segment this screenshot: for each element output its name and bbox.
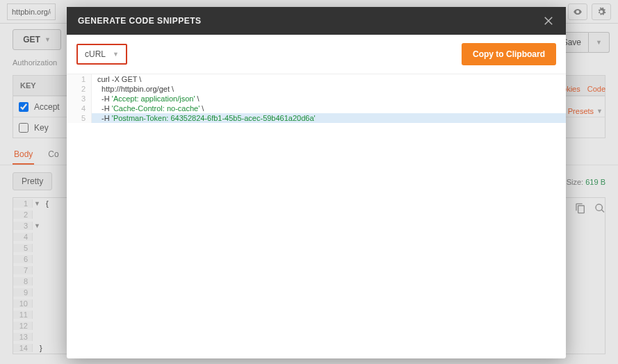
code-line: 2 http://httpbin.org/get \ <box>67 84 566 94</box>
code-snippet-modal: GENERATE CODE SNIPPETS cURL ▼ Copy to Cl… <box>67 7 566 358</box>
row-checkbox[interactable] <box>19 123 29 133</box>
code-line: 1curl -X GET \ <box>67 74 566 84</box>
code-line: 5 -H 'Postman-Token: 64352824-6fb1-45b5-… <box>67 113 566 123</box>
response-size: Size: 619 B <box>567 178 605 186</box>
key-column-header: KEY <box>13 81 43 90</box>
presets-label: Presets <box>568 107 594 115</box>
chevron-down-icon: ▼ <box>44 36 51 43</box>
modal-title: GENERATE CODE SNIPPETS <box>78 16 201 26</box>
copy-icon[interactable] <box>575 203 586 216</box>
url-input[interactable] <box>7 3 56 20</box>
copy-to-clipboard-button[interactable]: Copy to Clipboard <box>462 43 556 65</box>
save-dropdown[interactable]: ▼ <box>589 32 610 53</box>
chevron-down-icon: ▼ <box>113 51 119 58</box>
code-line: 4 -H 'Cache-Control: no-cache' \ <box>67 104 566 113</box>
code-line: 3 -H 'Accept: application/json' \ <box>67 94 566 104</box>
code-snippet-area[interactable]: 1curl -X GET \2 http://httpbin.org/get \… <box>67 74 566 358</box>
tab-cookies[interactable]: Co <box>47 145 60 165</box>
chevron-down-icon: ▼ <box>596 39 602 46</box>
row-checkbox[interactable] <box>19 102 29 112</box>
header-key: Accept <box>34 102 60 112</box>
code-link[interactable]: Code <box>587 85 605 93</box>
language-dropdown[interactable]: cURL ▼ <box>76 44 127 65</box>
language-label: cURL <box>85 49 106 59</box>
search-icon[interactable] <box>594 203 605 216</box>
pretty-button[interactable]: Pretty <box>13 172 52 190</box>
chevron-down-icon: ▼ <box>596 108 603 115</box>
watch-icon[interactable] <box>568 3 587 20</box>
presets-dropdown[interactable]: Presets ▼ <box>568 107 603 115</box>
header-key: Key <box>34 123 49 133</box>
method-label: GET <box>23 35 40 44</box>
method-dropdown[interactable]: GET ▼ <box>13 29 61 50</box>
close-icon[interactable] <box>542 15 555 27</box>
tab-body[interactable]: Body <box>13 145 34 165</box>
gear-icon[interactable] <box>592 3 611 20</box>
